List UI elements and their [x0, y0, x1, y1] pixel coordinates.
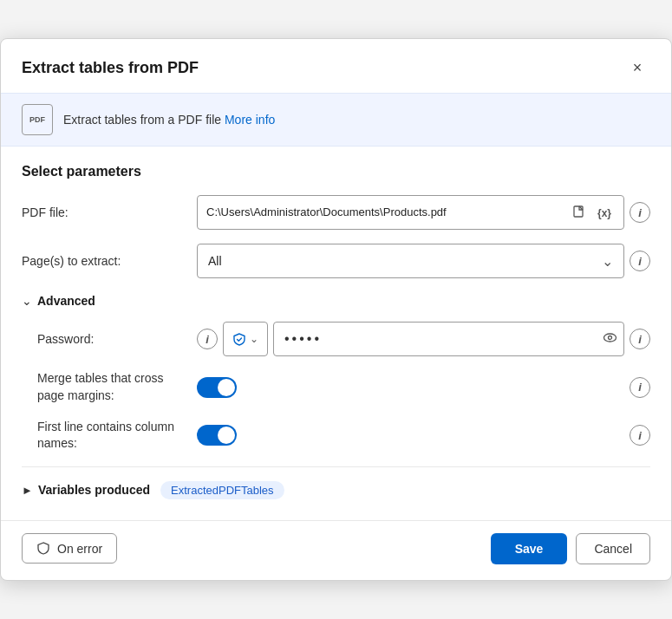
eye-toggle-button[interactable]: [603, 331, 617, 347]
svg-point-1: [604, 334, 617, 342]
variables-produced-row: ► Variables produced ExtractedPDFTables: [22, 481, 650, 499]
first-line-row: First line contains column names: i: [37, 419, 650, 453]
dialog-footer: On error Save Cancel: [1, 520, 671, 580]
merge-tables-info-button[interactable]: i: [630, 377, 650, 398]
file-browse-button[interactable]: [570, 203, 590, 223]
svg-point-2: [609, 336, 612, 340]
variable-insert-button[interactable]: {x}: [594, 204, 615, 221]
cancel-button[interactable]: Cancel: [576, 533, 650, 564]
merge-tables-control: [197, 377, 619, 398]
file-icon: [573, 205, 587, 218]
dialog-header: Extract tables from PDF ×: [1, 39, 671, 93]
pages-extract-row: Page(s) to extract: All ⌄ i: [22, 244, 650, 278]
pdf-file-info-button[interactable]: i: [630, 202, 650, 223]
section-title: Select parameters: [22, 164, 650, 179]
first-line-info-button[interactable]: i: [630, 425, 650, 446]
footer-right: Save Cancel: [491, 533, 650, 564]
pdf-icon: PDF: [22, 104, 53, 135]
banner-text: Extract tables from a PDF file More info: [63, 113, 275, 127]
advanced-content: Password: i ⌄: [22, 322, 650, 452]
advanced-toggle[interactable]: ⌄ Advanced: [22, 292, 650, 310]
shield-small-icon: [36, 541, 50, 556]
password-field-info-button[interactable]: i: [630, 329, 650, 349]
password-row: Password: i ⌄: [37, 322, 650, 356]
variables-toggle[interactable]: ► Variables produced: [22, 483, 150, 497]
pages-control: All ⌄ i: [197, 244, 650, 278]
advanced-section: ⌄ Advanced Password: i ⌄: [22, 292, 650, 452]
chevron-down-icon: ⌄: [602, 253, 613, 270]
merge-tables-toggle[interactable]: [197, 377, 237, 398]
close-button[interactable]: ×: [624, 55, 650, 81]
info-banner: PDF Extract tables from a PDF file More …: [1, 93, 671, 147]
pages-info-button[interactable]: i: [630, 251, 650, 271]
on-error-label: On error: [57, 542, 102, 556]
password-control: i ⌄: [197, 322, 650, 356]
pdf-file-control: C:\Users\Administrator\Documents\Product…: [197, 195, 650, 230]
on-error-button[interactable]: On error: [22, 533, 117, 564]
variables-label: Variables produced: [38, 483, 150, 497]
variable-chip: ExtractedPDFTables: [160, 481, 284, 499]
chevron-right-variables-icon: ►: [22, 484, 33, 497]
password-field-wrapper: [273, 322, 624, 356]
password-info-button[interactable]: i: [197, 329, 218, 349]
file-input-icons: {x}: [570, 203, 615, 223]
more-info-link[interactable]: More info: [225, 113, 275, 127]
pages-select[interactable]: All ⌄: [197, 244, 624, 278]
pages-value: All: [208, 254, 222, 268]
password-input[interactable]: [273, 322, 624, 356]
advanced-label: Advanced: [37, 294, 95, 308]
shield-icon: [232, 332, 246, 347]
password-label: Password:: [37, 332, 186, 346]
first-line-toggle[interactable]: [197, 425, 237, 446]
merge-tables-row: Merge tables that cross page margins: i: [37, 370, 650, 404]
pages-label: Page(s) to extract:: [22, 254, 186, 268]
variable-icon: {x}: [597, 207, 611, 219]
merge-tables-label: Merge tables that cross page margins:: [37, 370, 186, 404]
save-button[interactable]: Save: [491, 533, 568, 564]
pdf-file-row: PDF file: C:\Users\Administrator\Documen…: [22, 195, 650, 230]
first-line-control: [197, 425, 619, 446]
extract-tables-dialog: Extract tables from PDF × PDF Extract ta…: [0, 38, 672, 580]
pdf-file-label: PDF file:: [22, 205, 186, 219]
chevron-down-small-icon: ⌄: [250, 333, 258, 345]
dialog-body: Select parameters PDF file: C:\Users\Adm…: [1, 147, 671, 519]
first-line-label: First line contains column names:: [37, 419, 186, 453]
divider: [22, 466, 650, 467]
dialog-title: Extract tables from PDF: [22, 59, 199, 77]
chevron-right-icon: ⌄: [22, 294, 32, 308]
password-type-button[interactable]: ⌄: [223, 322, 268, 356]
pdf-file-value: C:\Users\Administrator\Documents\Product…: [206, 205, 570, 220]
eye-icon: [603, 332, 617, 343]
pdf-file-input-box[interactable]: C:\Users\Administrator\Documents\Product…: [197, 195, 624, 230]
